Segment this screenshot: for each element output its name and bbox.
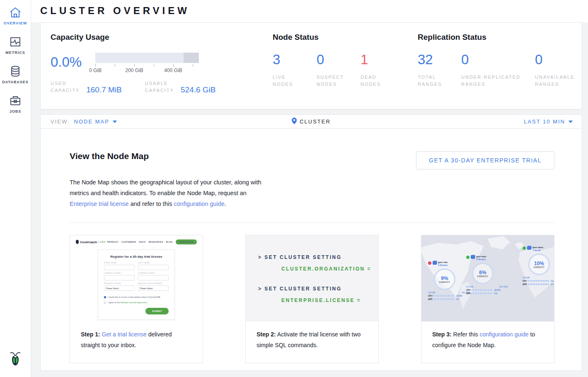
map-node-ams: geo=ams1 Node 10%CAPACITY 3.6 GiB36.4 Gi…	[523, 246, 554, 285]
sidebar-item-label: DATABASES	[2, 80, 29, 84]
dead-nodes-stat: 1 DEADNODES	[361, 53, 404, 88]
replication-status-title: Replication Status	[418, 33, 582, 42]
unavailable-ranges-value: 0	[535, 53, 575, 66]
capacity-axis-ticks	[95, 64, 199, 67]
capacity-percent-used: 0.0%	[51, 55, 95, 69]
divider	[70, 222, 554, 223]
view-dropdown[interactable]: NODE MAP	[74, 118, 117, 125]
suspect-nodes-stat: 0 SUSPECTNODES	[317, 53, 361, 88]
sidebar-item-label: JOBS	[10, 109, 22, 114]
view-label: VIEW:	[51, 118, 70, 125]
under-replicated-ranges-value: 0	[461, 53, 535, 66]
step3-card: geo=sfo2 Nodes 9%CAPACITY 3.2 GiB351 GiB…	[421, 235, 554, 363]
total-ranges-stat: 32 TOTALRANGES	[418, 53, 461, 88]
capacity-tick-label: 200 GiB	[125, 68, 143, 73]
configuration-guide-link[interactable]: configuration guide	[479, 331, 528, 338]
cockroach-labs-logo: Cockroach LABS	[76, 240, 106, 244]
usable-capacity-label: USABLE CAPACITY	[145, 80, 174, 94]
node-status-dot-red	[428, 261, 431, 265]
sidebar-item-label: METRICS	[5, 51, 25, 55]
metrics-icon	[9, 36, 22, 48]
step1-card: Cockroach LABS PRODUCTCUSTOMERSDOCSRESOU…	[70, 235, 203, 363]
node-icon	[471, 255, 475, 259]
used-capacity-value: 160.7 MiB	[86, 85, 122, 94]
jobs-icon	[9, 95, 22, 106]
node-icon	[433, 261, 437, 265]
live-nodes-value: 3	[273, 53, 317, 66]
node-map-heading: View the Node Map	[70, 151, 149, 161]
replication-status-section: Replication Status 32 TOTALRANGES 0 UNDE…	[418, 33, 582, 109]
step3-caption: Step 3: Refer this configuration guide t…	[421, 321, 554, 350]
mini-submit-button: SUBMIT	[145, 308, 169, 314]
node-icon	[527, 246, 531, 250]
node-map-description: The Node Map shows the geographical layo…	[70, 177, 268, 209]
capacity-bar-segment	[184, 53, 199, 63]
used-capacity-label: USED CAPACITY	[51, 80, 80, 94]
map-node-nyc: geo=nyc2 Nodes 6%CAPACITY 3.7 GiB43.7 Gi…	[466, 255, 508, 295]
capacity-bar: 0 GiB 200 GiB 400 GiB	[95, 53, 199, 73]
node-map-panel: View the Node Map GET A 30-DAY ENTERPRIS…	[40, 128, 582, 371]
usable-capacity-value: 524.6 GiB	[181, 85, 216, 94]
enterprise-trial-license-link[interactable]: Enterprise trial license	[70, 201, 129, 207]
chevron-down-icon	[569, 121, 573, 123]
suspect-nodes-value: 0	[317, 53, 361, 66]
under-replicated-ranges-stat: 0 UNDER-REPLICATEDRANGES	[461, 53, 535, 88]
chevron-down-icon	[113, 121, 117, 123]
live-nodes-stat: 3 LIVENODES	[273, 53, 317, 88]
mini-site-nav: PRODUCTCUSTOMERSDOCSRESOURCESBLOG DOWNLO…	[107, 239, 197, 244]
node-map-preview: geo=sfo2 Nodes 9%CAPACITY 3.2 GiB351 GiB…	[421, 235, 554, 321]
capacity-tick-label: 0 GiB	[89, 68, 102, 73]
sidebar-item-databases[interactable]: DATABASES	[0, 59, 31, 88]
get-trial-license-link[interactable]: Get a trial license	[102, 331, 147, 338]
step2-caption: Step 2: Activate the trial license with …	[246, 321, 378, 350]
capacity-usage-title: Capacity Usage	[51, 33, 273, 42]
sidebar-item-jobs[interactable]: JOBS	[0, 88, 31, 118]
node-status-title: Node Status	[273, 33, 418, 42]
databases-icon	[9, 65, 22, 77]
sidebar-item-metrics[interactable]: METRICS	[0, 29, 31, 59]
view-toolbar: VIEW: NODE MAP CLUSTER LAST 10 MIN	[40, 114, 582, 128]
trial-registration-form: Register for a 30-day trial license FIRS…	[98, 249, 175, 320]
home-icon	[9, 7, 22, 18]
capacity-tick-label: 400 GiB	[164, 68, 182, 73]
cluster-breadcrumb: CLUSTER	[292, 118, 331, 126]
step1-caption: Step 1: Get a trial license delivered st…	[70, 321, 203, 350]
node-status-section: Node Status 3 LIVENODES 0 SUSPECTNODES 1…	[273, 33, 418, 109]
enterprise-trial-button[interactable]: GET A 30-DAY ENTERPRISE TRIAL	[416, 151, 554, 169]
map-pin-icon	[292, 118, 297, 126]
cockroachdb-logo-icon	[8, 351, 23, 370]
time-range-dropdown[interactable]: LAST 10 MIN	[524, 118, 573, 125]
mini-download-button: DOWNLOAD	[176, 239, 197, 244]
unavailable-ranges-stat: 0 UNAVAILABLERANGES	[535, 53, 575, 88]
map-node-sfo: geo=sfo2 Nodes 9%CAPACITY 3.2 GiB351 GiB…	[428, 261, 469, 300]
total-ranges-value: 32	[418, 53, 461, 66]
sql-commands-preview: > SET CLUSTER SETTING CLUSTER.ORGANIZATI…	[246, 235, 378, 321]
sidebar-item-label: OVERVIEW	[4, 21, 27, 25]
sidebar: OVERVIEW METRICS DATABASES JOBS	[0, 0, 31, 377]
step2-card: > SET CLUSTER SETTING CLUSTER.ORGANIZATI…	[245, 235, 379, 363]
node-status-dot-green	[466, 256, 469, 259]
configuration-guide-link[interactable]: configuration guide	[174, 201, 225, 207]
trial-registration-screenshot: Cockroach LABS PRODUCTCUSTOMERSDOCSRESOU…	[70, 235, 203, 321]
sidebar-item-overview[interactable]: OVERVIEW	[0, 0, 31, 29]
cluster-breadcrumb-label: CLUSTER	[300, 118, 331, 125]
dead-nodes-value: 1	[361, 53, 404, 66]
page-title: CLUSTER OVERVIEW	[31, 0, 588, 22]
node-status-dot-green	[523, 247, 526, 250]
capacity-usage-section: Capacity Usage 0.0% 0 GiB 200 GiB 400 Gi…	[51, 33, 273, 109]
cluster-summary-panel: Capacity Usage 0.0% 0 GiB 200 GiB 400 Gi…	[40, 22, 582, 109]
bug-icon	[76, 240, 79, 244]
